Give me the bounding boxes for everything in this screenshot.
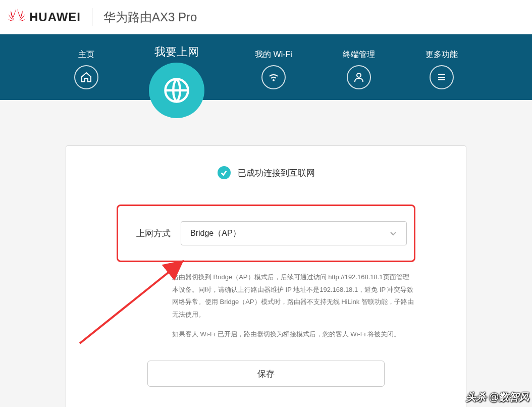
svg-point-1	[273, 80, 274, 81]
nav-devices-circle	[347, 65, 371, 89]
header: HUAWEI 华为路由AX3 Pro	[0, 0, 532, 34]
globe-icon	[163, 77, 190, 104]
nav-internet-circle	[149, 63, 204, 118]
watermark: 头杀 @数智风	[466, 390, 529, 404]
svg-point-2	[357, 73, 361, 77]
nav-devices-label: 终端管理	[343, 49, 375, 60]
help-text-1: 路由器切换到 Bridge（AP）模式后，后续可通过访问 http://192.…	[172, 271, 415, 321]
save-button[interactable]: 保存	[147, 361, 385, 387]
nav-home-label: 主页	[78, 49, 94, 60]
connection-type-label: 上网方式	[125, 228, 171, 239]
product-name: 华为路由AX3 Pro	[103, 9, 197, 25]
header-divider	[92, 8, 92, 26]
nav-devices[interactable]: 终端管理	[343, 49, 375, 89]
nav-home[interactable]: 主页	[74, 49, 98, 89]
connection-type-select[interactable]: Bridge（AP）	[181, 221, 407, 245]
nav-more-circle	[430, 65, 454, 89]
nav-more[interactable]: 更多功能	[425, 49, 458, 89]
user-icon	[353, 71, 365, 83]
brand-logo: HUAWEI	[7, 8, 81, 27]
connection-type-row: 上网方式 Bridge（AP）	[117, 205, 415, 262]
nav-internet-label: 我要上网	[154, 44, 199, 60]
nav-more-label: 更多功能	[425, 49, 458, 60]
home-icon	[80, 71, 92, 83]
nav-bar: 主页 我要上网 我的 Wi-Fi 终端管理 更多功能	[0, 34, 532, 100]
nav-wifi-circle	[261, 65, 286, 89]
huawei-logo-icon	[7, 8, 26, 27]
check-icon	[218, 166, 231, 179]
wifi-icon	[268, 71, 280, 83]
status-text: 已成功连接到互联网	[238, 167, 315, 179]
nav-home-circle	[74, 65, 98, 89]
help-text-2: 如果客人 Wi-Fi 已开启，路由器切换为桥接模式后，您的客人 Wi-Fi 将被…	[172, 328, 415, 341]
connection-type-value: Bridge（AP）	[190, 228, 241, 239]
menu-icon	[436, 71, 448, 83]
save-button-label: 保存	[257, 368, 275, 380]
nav-wifi-label: 我的 Wi-Fi	[255, 49, 292, 60]
nav-internet[interactable]: 我要上网	[149, 49, 204, 120]
brand-name: HUAWEI	[29, 10, 81, 24]
nav-wifi[interactable]: 我的 Wi-Fi	[255, 49, 292, 89]
settings-card: 已成功连接到互联网 上网方式 Bridge（AP） 路由器切换到 Bridge（…	[66, 145, 466, 407]
chevron-down-icon	[389, 229, 397, 237]
content: 已成功连接到互联网 上网方式 Bridge（AP） 路由器切换到 Bridge（…	[0, 100, 532, 407]
connection-status: 已成功连接到互联网	[117, 166, 415, 179]
